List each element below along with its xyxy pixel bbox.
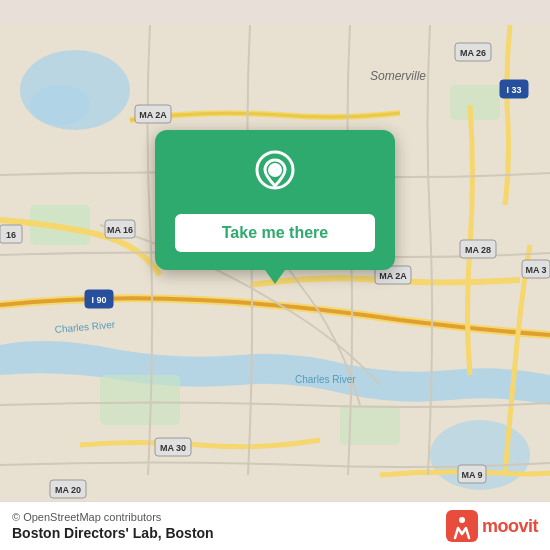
svg-point-2 [30,85,90,125]
svg-text:I 33: I 33 [506,85,521,95]
svg-text:16: 16 [6,230,16,240]
svg-text:MA 2A: MA 2A [379,271,407,281]
moovit-logo: moovit [446,510,538,542]
svg-text:MA 30: MA 30 [160,443,186,453]
location-popup: Take me there [155,130,395,270]
svg-text:MA 16: MA 16 [107,225,133,235]
svg-text:MA 28: MA 28 [465,245,491,255]
copyright-text: © OpenStreetMap contributors [12,511,214,523]
svg-text:Charles River: Charles River [295,374,356,385]
map-container: MA 2A MA 16 16 I 90 MA 2A MA 28 MA 3 I 3… [0,0,550,550]
svg-text:Somerville: Somerville [370,69,426,83]
svg-text:MA 3: MA 3 [525,265,546,275]
svg-text:MA 9: MA 9 [461,470,482,480]
bottom-left-info: © OpenStreetMap contributors Boston Dire… [12,511,214,541]
map-pin-icon [249,150,301,202]
moovit-text: moovit [482,516,538,537]
bottom-bar: © OpenStreetMap contributors Boston Dire… [0,501,550,550]
svg-text:MA 20: MA 20 [55,485,81,495]
svg-point-36 [268,163,282,177]
svg-rect-7 [450,85,500,120]
moovit-icon [446,510,478,542]
svg-text:MA 2A: MA 2A [139,110,167,120]
location-title: Boston Directors' Lab, Boston [12,525,214,541]
take-me-there-button[interactable]: Take me there [175,214,375,252]
svg-text:MA 26: MA 26 [460,48,486,58]
svg-text:I 90: I 90 [91,295,106,305]
svg-point-38 [459,517,465,523]
svg-rect-37 [446,510,478,542]
svg-rect-5 [100,375,180,425]
